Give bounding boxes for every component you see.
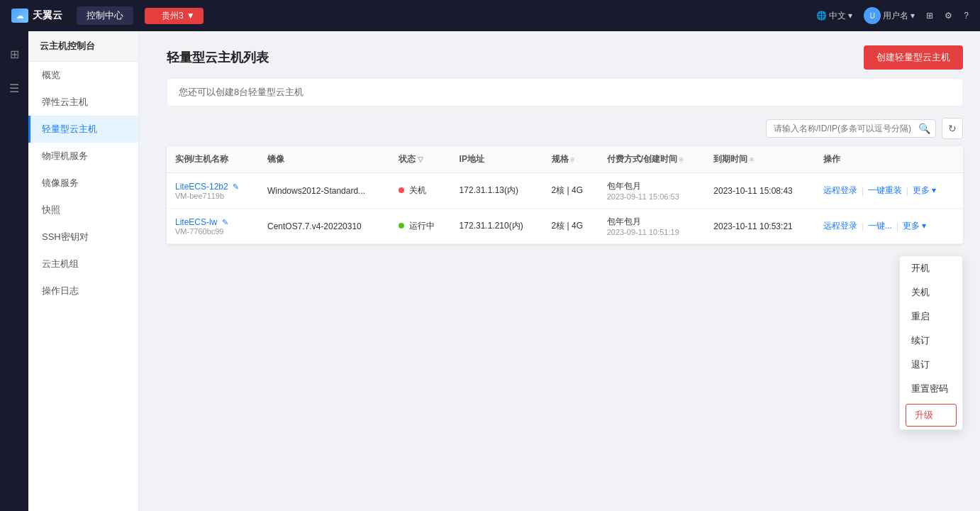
vm-subname-2: VM-7760bc99 bbox=[175, 227, 250, 236]
sidebar-item-elastic-vm[interactable]: 弹性云主机 bbox=[28, 89, 138, 116]
cell-actions-1: 远程登录 | 一键重装 | 更多 ▾ bbox=[815, 173, 963, 209]
edit-name-icon-2[interactable]: ✎ bbox=[222, 218, 228, 226]
cell-actions-2: 远程登录 | 一键... | 更多 ▾ bbox=[815, 209, 963, 244]
settings-icon[interactable]: ⚙ bbox=[945, 11, 952, 21]
col-actions: 操作 bbox=[815, 146, 963, 173]
table-row: LiteECS-12b2 ✎ VM-bee7119b Windows2012-S… bbox=[167, 173, 963, 209]
cell-status-1: 关机 bbox=[390, 173, 451, 209]
avatar: U bbox=[864, 7, 881, 24]
main-layout: ⊞ ☰ 云主机控制台 概览 弹性云主机 轻量型云主机 物理机服务 镜像服务 快照… bbox=[0, 31, 980, 511]
sidebar-item-vm-group[interactable]: 云主机组 bbox=[28, 251, 138, 278]
dropdown-item-cancel[interactable]: 退订 bbox=[900, 353, 962, 377]
sidebar-item-snapshot[interactable]: 快照 bbox=[28, 197, 138, 224]
refresh-button[interactable]: ↻ bbox=[942, 118, 963, 139]
status-text-2: 运行中 bbox=[409, 221, 435, 231]
sidebar-item-physical[interactable]: 物理机服务 bbox=[28, 143, 138, 170]
reinstall-btn-1[interactable]: 一键重装 bbox=[868, 185, 902, 197]
logo-text: 天翼云 bbox=[33, 9, 62, 22]
reinstall-btn-2[interactable]: 一键... bbox=[868, 220, 892, 232]
table-toolbar: 🔍 ↻ bbox=[167, 118, 963, 139]
cell-pay-1: 包年包月 2023-09-11 15:06:53 bbox=[598, 173, 706, 209]
list-icon[interactable]: ☰ bbox=[3, 77, 26, 99]
search-icon[interactable]: 🔍 bbox=[918, 123, 930, 134]
spec-filter-icon[interactable]: ≡ bbox=[571, 155, 575, 163]
control-center-btn[interactable]: 控制中心 bbox=[77, 6, 133, 25]
vm-table: 实例/主机名称 镜像 状态▽ IP地址 规格≡ 付费方式/创建时间≡ 到期时间≡… bbox=[167, 146, 963, 244]
table-row: LiteECS-lw ✎ VM-7760bc99 CentOS7.7.v4-20… bbox=[167, 209, 963, 244]
dropdown-item-stop[interactable]: 关机 bbox=[900, 280, 962, 304]
more-dropdown-menu: 开机 关机 重启 续订 退订 重置密码 升级 bbox=[899, 256, 963, 430]
language-selector[interactable]: 🌐 中文 ▾ bbox=[816, 10, 852, 22]
content-header: 轻量型云主机列表 创建轻量型云主机 bbox=[167, 45, 963, 70]
more-menu-btn-1[interactable]: 更多 ▾ bbox=[913, 185, 936, 197]
status-dot-on-2 bbox=[399, 223, 404, 229]
info-text: 您还可以创建8台轻量型云主机 bbox=[179, 87, 304, 97]
cell-ip-2: 172.31.1.210(内) bbox=[451, 209, 543, 244]
remote-login-btn-1[interactable]: 远程登录 bbox=[823, 185, 857, 197]
col-ip: IP地址 bbox=[451, 146, 543, 173]
cell-image-1: Windows2012-Standard... bbox=[259, 173, 390, 209]
cell-status-2: 运行中 bbox=[390, 209, 451, 244]
sidebar-item-ssh[interactable]: SSH密钥对 bbox=[28, 224, 138, 251]
expire-filter-icon[interactable]: ≡ bbox=[750, 155, 754, 163]
user-menu[interactable]: U 用户名 ▾ bbox=[864, 7, 915, 24]
vm-name-link-2[interactable]: LiteECS-lw bbox=[175, 217, 217, 227]
sidebar-item-op-log[interactable]: 操作日志 bbox=[28, 278, 138, 304]
info-bar: 您还可以创建8台轻量型云主机 bbox=[167, 78, 963, 106]
logo-icon: ☁ bbox=[11, 9, 28, 23]
remote-login-btn-2[interactable]: 远程登录 bbox=[823, 220, 857, 232]
cell-name-1: LiteECS-12b2 ✎ VM-bee7119b bbox=[167, 173, 259, 209]
page-title: 轻量型云主机列表 bbox=[167, 49, 269, 66]
cell-spec-2: 2核 | 4G bbox=[543, 209, 598, 244]
sidebar-item-overview[interactable]: 概览 bbox=[28, 62, 138, 89]
col-status: 状态▽ bbox=[390, 146, 451, 173]
top-nav-right: 🌐 中文 ▾ U 用户名 ▾ ⊞ ⚙ ? bbox=[816, 7, 969, 24]
search-input[interactable] bbox=[766, 119, 936, 138]
status-text-1: 关机 bbox=[409, 185, 426, 195]
cell-ip-1: 172.31.1.13(内) bbox=[451, 173, 543, 209]
left-navigation: 云主机控制台 概览 弹性云主机 轻量型云主机 物理机服务 镜像服务 快照 SSH… bbox=[28, 31, 139, 511]
sidebar-item-image[interactable]: 镜像服务 bbox=[28, 170, 138, 197]
grid-icon[interactable]: ⊞ bbox=[3, 43, 26, 65]
cell-expire-1: 2023-10-11 15:08:43 bbox=[705, 173, 814, 209]
screen-icon[interactable]: ⊞ bbox=[926, 11, 933, 21]
edit-name-icon-1[interactable]: ✎ bbox=[233, 182, 239, 191]
logo: ☁ 天翼云 bbox=[11, 9, 62, 23]
create-lite-vm-button[interactable]: 创建轻量型云主机 bbox=[864, 45, 963, 70]
cell-spec-1: 2核 | 4G bbox=[543, 173, 598, 209]
cell-image-2: CentOS7.7.v4-20220310 bbox=[259, 209, 390, 244]
cell-name-2: LiteECS-lw ✎ VM-7760bc99 bbox=[167, 209, 259, 244]
col-name: 实例/主机名称 bbox=[167, 146, 259, 173]
cell-pay-2: 包年包月 2023-09-11 10:51:19 bbox=[598, 209, 706, 244]
region-selector[interactable]: 贵州3 ▼ bbox=[145, 8, 204, 24]
dropdown-item-start[interactable]: 开机 bbox=[900, 256, 962, 280]
vm-name-link-1[interactable]: LiteECS-12b2 bbox=[175, 182, 228, 192]
top-navigation: ☁ 天翼云 控制中心 贵州3 ▼ 🌐 中文 ▾ U 用户名 ▾ ⊞ ⚙ ? bbox=[0, 0, 980, 31]
left-nav-header: 云主机控制台 bbox=[28, 31, 138, 62]
cell-expire-2: 2023-10-11 10:53:21 bbox=[705, 209, 814, 244]
col-spec: 规格≡ bbox=[543, 146, 598, 173]
status-dot-off-1 bbox=[399, 187, 404, 193]
status-filter-icon[interactable]: ▽ bbox=[418, 155, 423, 163]
dropdown-item-renew[interactable]: 续订 bbox=[900, 329, 962, 353]
dropdown-item-upgrade[interactable]: 升级 bbox=[906, 404, 957, 427]
dropdown-item-restart[interactable]: 重启 bbox=[900, 304, 962, 329]
col-pay: 付费方式/创建时间≡ bbox=[598, 146, 706, 173]
vm-subname-1: VM-bee7119b bbox=[175, 192, 250, 200]
content-area: 轻量型云主机列表 创建轻量型云主机 您还可以创建8台轻量型云主机 🔍 ↻ 实例/… bbox=[150, 31, 980, 511]
search-wrap: 🔍 bbox=[766, 119, 936, 138]
sidebar: ⊞ ☰ bbox=[0, 31, 28, 511]
sidebar-item-lite-vm[interactable]: 轻量型云主机 bbox=[28, 116, 138, 143]
more-menu-btn-2[interactable]: 更多 ▾ bbox=[903, 220, 926, 232]
col-image: 镜像 bbox=[259, 146, 390, 173]
col-expire: 到期时间≡ bbox=[705, 146, 814, 173]
dropdown-item-reset-pwd[interactable]: 重置密码 bbox=[900, 377, 962, 401]
help-icon[interactable]: ? bbox=[964, 11, 969, 21]
pay-filter-icon[interactable]: ≡ bbox=[679, 155, 684, 163]
